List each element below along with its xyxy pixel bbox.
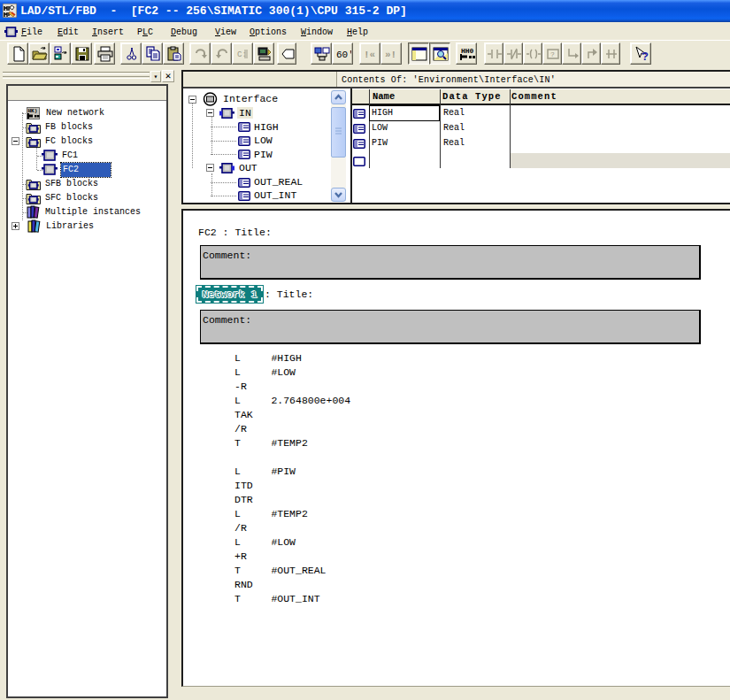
svg-text:»!: »! <box>385 50 396 60</box>
svg-text:?: ? <box>642 50 649 62</box>
svg-text:HK): HK) <box>28 108 38 114</box>
svg-text:!«: !« <box>364 50 375 60</box>
svg-text:60': 60' <box>336 50 351 60</box>
svg-text:?: ? <box>550 50 555 58</box>
svg-text:HH0: HH0 <box>461 47 474 55</box>
